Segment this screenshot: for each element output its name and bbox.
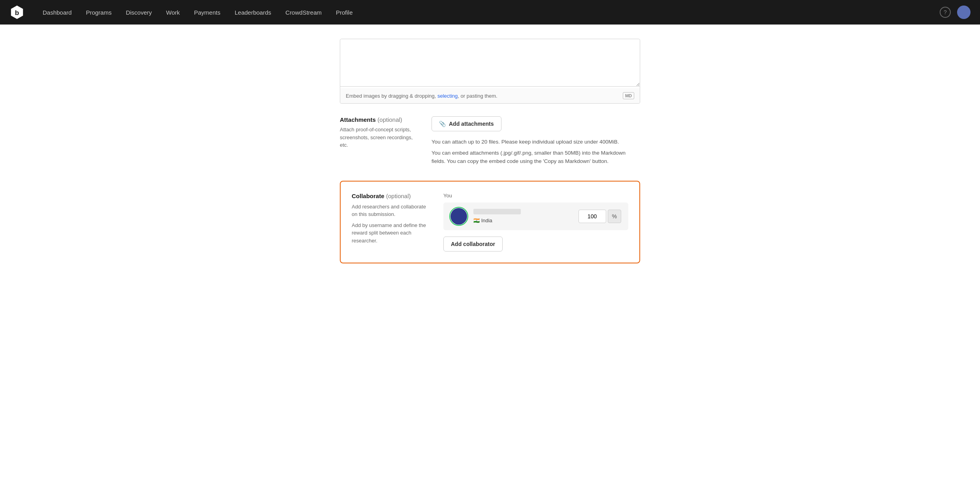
collab-location: 🇮🇳 India bbox=[473, 218, 492, 223]
nav-leaderboards[interactable]: Leaderboards bbox=[229, 6, 277, 19]
percent-input[interactable] bbox=[579, 210, 606, 223]
nav-payments[interactable]: Payments bbox=[188, 6, 226, 19]
collaborator-row: 🇮🇳 India % bbox=[443, 202, 628, 230]
logo[interactable]: b bbox=[9, 5, 24, 20]
percent-symbol: % bbox=[608, 210, 621, 223]
collaborate-content: You 🇮🇳 India bbox=[443, 193, 628, 252]
collab-avatar-wrapper bbox=[450, 208, 467, 225]
collaborate-desc1: Add researchers and collaborate on this … bbox=[352, 203, 431, 218]
collab-avatar-ring bbox=[449, 207, 468, 226]
collab-user-info: 🇮🇳 India bbox=[473, 209, 572, 224]
attachments-title: Attachments (optional) bbox=[340, 116, 419, 123]
page-content: Embed images by dragging & dropping, sel… bbox=[0, 25, 980, 492]
collaborate-title: Collaborate (optional) bbox=[352, 193, 431, 200]
navbar-right: ? bbox=[940, 6, 971, 19]
editor-footer-text: Embed images by dragging & dropping, sel… bbox=[346, 93, 498, 99]
attachment-hint-2: You can embed attachments (.jpg/.gif/.pn… bbox=[432, 149, 640, 166]
nav-dashboard[interactable]: Dashboard bbox=[37, 6, 77, 19]
attachment-hint-1: You can attach up to 20 files. Please ke… bbox=[432, 138, 640, 146]
nav-programs[interactable]: Programs bbox=[80, 6, 117, 19]
collaborate-section: Collaborate (optional) Add researchers a… bbox=[340, 181, 640, 263]
flag-icon: 🇮🇳 bbox=[473, 218, 480, 223]
markdown-icon: MD bbox=[623, 92, 634, 99]
editor-textarea[interactable] bbox=[340, 39, 640, 87]
paperclip-icon: 📎 bbox=[439, 121, 446, 127]
attachments-desc: Attach proof-of-concept scripts, screens… bbox=[340, 126, 419, 149]
main-nav: Dashboard Programs Discovery Work Paymen… bbox=[37, 6, 940, 19]
attachments-content: 📎 Add attachments You can attach up to 2… bbox=[432, 116, 640, 168]
navbar: b Dashboard Programs Discovery Work Paym… bbox=[0, 0, 980, 25]
help-icon[interactable]: ? bbox=[940, 7, 951, 18]
collaborate-desc2: Add by username and define the reward sp… bbox=[352, 221, 431, 245]
attachments-section: Attachments (optional) Attach proof-of-c… bbox=[340, 104, 640, 181]
nav-work[interactable]: Work bbox=[160, 6, 185, 19]
nav-crowdstream[interactable]: CrowdStream bbox=[280, 6, 327, 19]
editor-area: Embed images by dragging & dropping, sel… bbox=[340, 39, 640, 104]
add-attachments-button[interactable]: 📎 Add attachments bbox=[432, 116, 501, 131]
attachments-label-area: Attachments (optional) Attach proof-of-c… bbox=[340, 116, 419, 149]
collab-username bbox=[473, 209, 521, 214]
editor-footer: Embed images by dragging & dropping, sel… bbox=[340, 88, 640, 103]
avatar[interactable] bbox=[957, 6, 971, 19]
svg-text:b: b bbox=[15, 9, 19, 17]
collaborate-label-area: Collaborate (optional) Add researchers a… bbox=[352, 193, 431, 245]
add-collaborator-button[interactable]: Add collaborator bbox=[443, 237, 503, 252]
collab-percent-wrapper: % bbox=[579, 210, 621, 223]
nav-profile[interactable]: Profile bbox=[330, 6, 358, 19]
nav-discovery[interactable]: Discovery bbox=[120, 6, 157, 19]
you-label: You bbox=[443, 193, 628, 199]
selecting-link[interactable]: selecting bbox=[437, 93, 458, 99]
